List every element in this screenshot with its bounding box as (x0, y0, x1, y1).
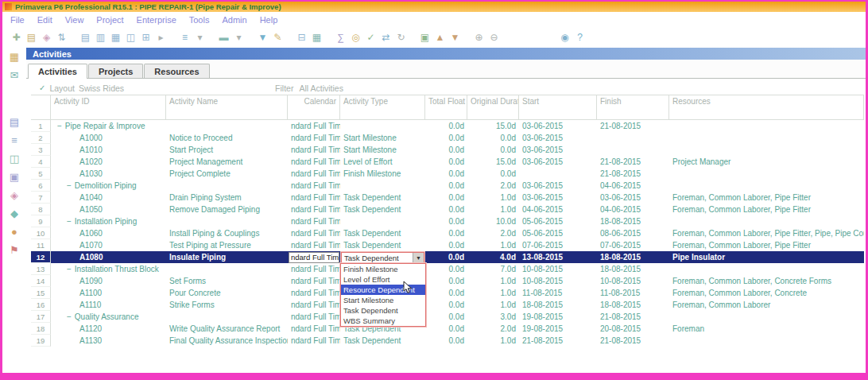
gantt-chevron-icon[interactable]: ▾ (231, 32, 246, 43)
activity-row[interactable]: 5A1030Project Completendard Full TimeFin… (31, 168, 864, 180)
cell-original-duration[interactable]: 15.0d (467, 120, 519, 132)
cell-activity-type[interactable]: Start Milestone (340, 144, 425, 156)
tab-projects[interactable]: Projects (88, 64, 143, 78)
collapse-icon[interactable]: − (67, 263, 72, 275)
cell-original-duration[interactable]: 1.0d (467, 287, 519, 299)
dropdown-button-icon[interactable]: ▼ (413, 253, 424, 263)
cell-total-float[interactable]: 0.0d (425, 192, 467, 204)
cell-activity-name[interactable]: Insulate Piping (166, 251, 288, 263)
cell-total-float[interactable]: 0.0d (425, 275, 467, 287)
add-column-icon[interactable]: ⊞ (138, 32, 153, 43)
cell-resources[interactable] (669, 168, 864, 180)
wbs-row[interactable]: 6−Demolition Pipingndard Full Time0.0d2.… (31, 180, 864, 192)
paste-icon[interactable]: ▥ (93, 32, 108, 43)
cell-activity-id[interactable]: A1110 (51, 299, 166, 311)
documents-window-icon[interactable]: ▣ (10, 171, 19, 183)
cell-resources[interactable]: Foreman, Common Laborer, Pipe Fitter, Pi… (669, 227, 864, 239)
tab-activities[interactable]: Activities (28, 64, 87, 79)
cell-activity-name[interactable] (166, 180, 288, 192)
cell-original-duration[interactable]: 15.0d (467, 156, 519, 168)
cell-original-duration[interactable]: 1.0d (467, 192, 519, 204)
cell-activity-name[interactable]: Write Quality Assurance Report (166, 323, 288, 335)
risks-window-icon[interactable]: ⚑ (10, 244, 19, 256)
zoom-out-icon[interactable]: ⊖ (486, 32, 502, 43)
mailbox-icon[interactable]: ✉ (10, 69, 19, 81)
dropdown-item-level-of-effort[interactable]: Level of Effort (341, 274, 425, 285)
activity-row[interactable]: 16A1110Strike Formsndard Full Time0.0d1.… (31, 299, 864, 311)
cell-finish[interactable]: 18-08-2015 (597, 263, 669, 275)
cell-start[interactable]: 21-08-2015 (519, 335, 597, 347)
cell-start[interactable]: 03-06-2015 (519, 192, 597, 204)
row-number[interactable]: 5 (31, 168, 51, 180)
cell-total-float[interactable]: 0.0d (425, 323, 467, 335)
row-number[interactable]: 6 (31, 180, 51, 192)
layout-icon[interactable]: ▤ (24, 32, 39, 43)
cell-activity-name[interactable] (166, 215, 288, 227)
summarize-icon[interactable]: ∑ (333, 32, 348, 43)
cell-activity-id[interactable]: −Demolition Piping (51, 180, 166, 192)
row-number[interactable]: 2 (31, 132, 51, 144)
activity-row[interactable]: 3A1010Start Projectndard Full TimeStart … (31, 144, 864, 156)
cell-activity-id[interactable]: −Installation Thrust Block (51, 263, 166, 275)
menu-project[interactable]: Project (96, 15, 123, 25)
menu-edit[interactable]: Edit (37, 15, 52, 25)
cell-finish[interactable]: 21-08-2015 (597, 156, 669, 168)
cell-activity-type[interactable]: Task Dependent (340, 335, 425, 347)
cell-total-float[interactable]: 0.0d (425, 156, 467, 168)
activity-row[interactable]: 2A1000Notice to Proceedndard Full TimeSt… (31, 132, 864, 144)
cell-resources[interactable]: Foreman (669, 323, 864, 335)
cell-start[interactable]: 03-06-2015 (519, 156, 597, 168)
cell-original-duration[interactable]: 0.0d (467, 168, 519, 180)
filter-name[interactable]: All Activities (299, 83, 343, 93)
row-number[interactable]: 9 (31, 215, 51, 227)
cell-resources[interactable]: Project Manager (669, 156, 864, 168)
pin-icon[interactable]: ◈ (39, 32, 54, 43)
cell-activity-id[interactable]: −Installation Piping (51, 215, 166, 227)
cell-start[interactable]: 11-08-2015 (519, 287, 597, 299)
cell-activity-name[interactable]: Start Project (166, 144, 288, 156)
cell-original-duration[interactable]: 3.0d (467, 311, 519, 323)
cell-activity-name[interactable] (166, 263, 288, 275)
apply-actuals-icon[interactable]: ✓ (363, 32, 378, 43)
cell-finish[interactable]: 18-08-2015 (597, 251, 669, 263)
row-number[interactable]: 13 (31, 263, 51, 275)
group-sort-icon[interactable]: ≡ (177, 32, 192, 43)
reflection-icon[interactable]: ▼ (448, 32, 463, 43)
cell-activity-id[interactable]: A1090 (51, 275, 166, 287)
cell-activity-id[interactable]: −Pipe Repair & Improve (51, 120, 166, 132)
cell-finish[interactable]: 07-06-2015 (597, 239, 669, 251)
cell-total-float[interactable]: 0.0d (425, 239, 467, 251)
cell-calendar[interactable]: ndard Full Time (288, 239, 340, 251)
cell-activity-type[interactable]: Task Dependent (340, 227, 425, 239)
row-number[interactable]: 4 (31, 156, 51, 168)
cell-start[interactable]: 07-06-2015 (519, 239, 597, 251)
wbs-row[interactable]: 17−Quality Assurancendard Full Time0.0d3… (31, 311, 864, 323)
cell-start[interactable]: 10-08-2015 (519, 275, 597, 287)
cell-activity-type[interactable] (340, 180, 425, 192)
cell-resources[interactable]: Foreman, Common Laborer, Pipe Fitter (669, 239, 864, 251)
row-number[interactable]: 15 (31, 287, 51, 299)
activity-row[interactable]: 10A1060Install Piping & Couplingsndard F… (31, 227, 864, 239)
cell-calendar[interactable]: ndard Full Time (288, 120, 340, 132)
gantt-chart-icon[interactable]: ▬ (216, 32, 231, 43)
row-number[interactable]: 1 (31, 120, 51, 132)
col-header-activity-name[interactable]: Activity Name (166, 95, 288, 119)
cell-finish[interactable] (597, 144, 669, 156)
spotlight-icon[interactable]: ◎ (348, 32, 363, 43)
cell-activity-name[interactable]: Pour Concrete (166, 287, 288, 299)
cell-activity-id[interactable]: A1100 (51, 287, 166, 299)
row-number[interactable]: 12 (31, 251, 51, 263)
cell-calendar[interactable]: ndard Full Time (288, 275, 340, 287)
cell-activity-id[interactable]: A1000 (51, 132, 166, 144)
cell-original-duration[interactable]: 1.0d (467, 335, 519, 347)
collapse-icon[interactable]: − (67, 215, 72, 227)
cell-start[interactable]: 13-08-2015 (519, 251, 597, 263)
cell-finish[interactable]: 04-06-2015 (597, 180, 669, 192)
cell-activity-type[interactable]: Task Dependent (340, 204, 425, 215)
cell-start[interactable]: 10-08-2015 (519, 263, 597, 275)
cell-calendar[interactable]: ndard Full Time (288, 299, 340, 311)
cell-activity-id[interactable]: A1040 (51, 192, 166, 204)
cell-activity-name[interactable]: Test Piping at Pressure (166, 239, 288, 251)
cell-resources[interactable]: Pipe Insulator (669, 251, 864, 263)
cell-start[interactable]: 19-08-2015 (519, 311, 597, 323)
